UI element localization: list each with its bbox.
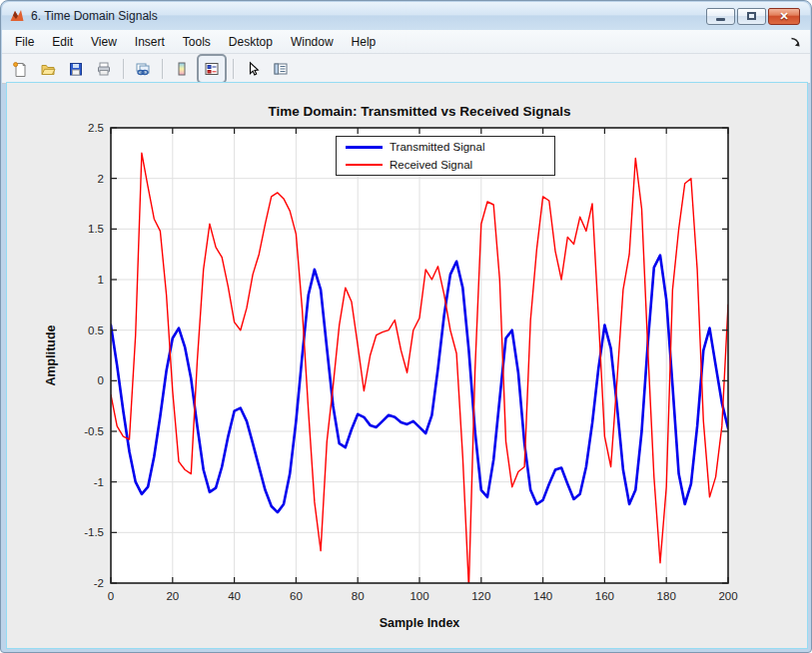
x-tick-label: 140 — [533, 590, 552, 602]
transmitted-legend-line — [346, 146, 383, 149]
save-figure-button[interactable] — [63, 56, 89, 82]
y-tick-label: -0.5 — [84, 425, 104, 437]
new-figure-icon — [12, 61, 28, 77]
x-tick-label: 160 — [595, 590, 614, 602]
insert-colorbar-icon — [174, 61, 190, 77]
x-tick-label: 60 — [290, 590, 303, 602]
plot-title: Time Domain: Transmitted vs Received Sig… — [111, 104, 728, 119]
legend-entry-received[interactable]: Received Signal — [337, 157, 554, 173]
x-tick-label: 0 — [108, 590, 114, 602]
new-figure-button[interactable] — [7, 56, 33, 82]
minimize-button[interactable] — [706, 8, 735, 25]
link-plot-icon — [135, 61, 151, 77]
edit-plot-icon — [245, 61, 261, 77]
y-tick-label: -1 — [94, 476, 104, 488]
y-tick-label: 2 — [98, 173, 104, 185]
toolbar-separator-1 — [123, 59, 124, 79]
insert-colorbar-button[interactable] — [169, 56, 195, 82]
toolbar-separator-2 — [162, 59, 163, 79]
link-plot-button[interactable] — [130, 56, 156, 82]
legend-entry-transmitted[interactable]: Transmitted Signal — [337, 139, 554, 155]
insert-legend-button[interactable] — [197, 54, 227, 84]
matlab-logo-icon — [9, 8, 25, 24]
menu-item-insert[interactable]: Insert — [126, 32, 174, 52]
y-tick-label: 0 — [98, 374, 104, 386]
menu-item-window[interactable]: Window — [282, 32, 343, 52]
open-file-button[interactable] — [35, 56, 61, 82]
y-axis-label: Amplitude — [44, 325, 58, 385]
menu-item-tools[interactable]: Tools — [174, 32, 220, 52]
show-plot-tools-icon — [273, 61, 289, 77]
y-tick-label: 2.5 — [88, 122, 104, 134]
legend[interactable]: Transmitted SignalReceived Signal — [336, 136, 555, 176]
print-figure-button[interactable] — [91, 56, 117, 82]
x-axis-label: Sample Index — [111, 616, 728, 630]
dock-figure-arrow-icon[interactable] — [789, 36, 801, 48]
show-plot-tools-button[interactable] — [268, 56, 294, 82]
y-tick-label: 1.5 — [88, 223, 104, 235]
window-title: 6. Time Domain Signals — [31, 9, 158, 23]
toolbar-separator-3 — [233, 59, 234, 79]
print-figure-icon — [96, 61, 112, 77]
y-tick-label: 0.5 — [88, 325, 104, 336]
figure-window: 6. Time Domain Signals ✕ FileEditViewIns… — [0, 0, 812, 653]
menu-item-edit[interactable]: Edit — [43, 32, 82, 52]
y-tick-label: -2 — [94, 577, 104, 589]
window-controls: ✕ — [706, 8, 800, 25]
insert-legend-icon — [204, 61, 220, 77]
minimize-icon — [716, 18, 725, 21]
toolbar — [2, 54, 810, 84]
menu-item-file[interactable]: File — [6, 32, 43, 52]
legend-label-received: Received Signal — [390, 159, 472, 171]
y-tick-label: -1.5 — [84, 526, 104, 538]
maximize-button[interactable] — [737, 8, 766, 25]
figure-canvas: 0204060801001201401601802002.521.510.50-… — [7, 83, 807, 648]
x-tick-label: 40 — [228, 590, 241, 602]
save-figure-icon — [68, 61, 84, 77]
menu-item-view[interactable]: View — [82, 32, 126, 52]
x-tick-label: 180 — [657, 590, 676, 602]
close-button[interactable]: ✕ — [768, 8, 800, 25]
edit-plot-button[interactable] — [240, 56, 266, 82]
x-tick-label: 20 — [166, 590, 179, 602]
open-file-icon — [40, 61, 56, 77]
x-tick-label: 200 — [718, 590, 737, 602]
y-tick-label: 1 — [98, 274, 104, 286]
title-bar[interactable]: 6. Time Domain Signals ✕ — [2, 2, 810, 30]
menu-item-desktop[interactable]: Desktop — [220, 32, 282, 52]
maximize-icon — [747, 12, 756, 20]
menu-item-help[interactable]: Help — [343, 32, 386, 52]
x-tick-label: 120 — [471, 590, 490, 602]
menu-bar: FileEditViewInsertToolsDesktopWindowHelp — [2, 30, 810, 54]
received-legend-line — [346, 164, 383, 166]
x-tick-label: 100 — [409, 590, 428, 602]
close-icon: ✕ — [779, 11, 788, 22]
x-tick-label: 80 — [352, 590, 365, 602]
legend-label-transmitted: Transmitted Signal — [390, 141, 484, 153]
